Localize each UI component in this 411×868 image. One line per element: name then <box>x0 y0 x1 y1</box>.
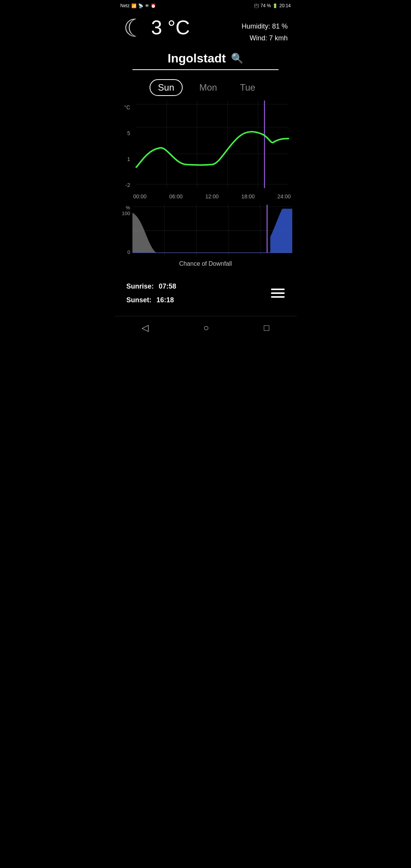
alarm-icon: ⏰ <box>151 3 156 8</box>
status-bar: Netz 📶 📡 👁 ⏰ 📳 74 % 🔋 20:14 <box>114 0 297 10</box>
wind-row: Wind: 7 kmh <box>242 32 288 44</box>
temp-y-axis: °C 5 1 -2 <box>119 101 132 192</box>
sunrise-label: Sunrise: <box>126 282 154 290</box>
back-button[interactable]: ◁ <box>142 322 148 333</box>
tab-tue[interactable]: Tue <box>234 80 261 95</box>
wifi-icon: 📡 <box>138 3 143 8</box>
precip-y-label: % <box>119 205 130 211</box>
x-label-2400: 24:00 <box>277 193 291 199</box>
carrier-text: Netz <box>120 3 130 8</box>
x-label-0000: 00:00 <box>133 193 147 199</box>
vibrate-icon: 📳 <box>254 3 259 8</box>
wind-label: Wind: <box>250 34 267 42</box>
precip-y-axis: % 100 0 <box>119 204 132 257</box>
moon-icon: ☾ <box>123 16 145 40</box>
day-tabs: Sun Mon Tue <box>114 79 297 96</box>
sunset-row: Sunset: 16:18 <box>126 293 176 307</box>
y-label-5: 5 <box>119 130 130 136</box>
temperature-display: 3 °C <box>151 18 190 37</box>
chance-label: Chance of Downfall <box>114 260 297 267</box>
tab-sun[interactable]: Sun <box>150 79 183 96</box>
signal-icon: 📶 <box>131 3 137 8</box>
tab-mon[interactable]: Mon <box>193 80 223 95</box>
weather-info-right: Humidity: 81 % Wind: 7 kmh <box>242 18 288 44</box>
city-name: Ingolstadt <box>168 51 226 65</box>
time-display: 20:14 <box>279 3 291 8</box>
humidity-value: 81 % <box>272 22 288 30</box>
bottom-nav: ◁ ○ □ <box>114 316 297 341</box>
hamburger-line-2 <box>271 292 285 294</box>
precip-y-0: 0 <box>119 249 130 255</box>
hamburger-menu[interactable] <box>271 289 285 298</box>
sunset-value: 16:18 <box>156 296 174 304</box>
temp-chart-svg <box>132 101 292 192</box>
sun-times: Sunrise: 07:58 Sunset: 16:18 <box>126 279 176 307</box>
precip-y-100: 100 <box>119 211 130 216</box>
sunrise-value: 07:58 <box>159 282 176 290</box>
battery-text: 74 % <box>261 3 271 8</box>
sun-info: Sunrise: 07:58 Sunset: 16:18 <box>114 273 297 310</box>
precip-chart-svg <box>132 204 292 257</box>
x-label-1800: 18:00 <box>241 193 255 199</box>
humidity-label: Humidity: <box>242 22 270 30</box>
home-button[interactable]: ○ <box>203 322 209 333</box>
temp-chart-svg-wrapper <box>132 101 292 192</box>
x-label-0600: 06:00 <box>169 193 183 199</box>
temp-x-axis: 00:00 06:00 12:00 18:00 24:00 <box>117 192 294 199</box>
city-section: Ingolstadt 🔍 <box>132 51 279 70</box>
sunset-label: Sunset: <box>126 296 151 304</box>
status-right: 📳 74 % 🔋 20:14 <box>254 3 291 8</box>
recent-button[interactable]: □ <box>264 322 269 333</box>
precip-chart-container: % 100 0 <box>114 204 297 257</box>
y-label-neg2: -2 <box>119 182 130 188</box>
search-icon[interactable]: 🔍 <box>231 53 243 64</box>
hamburger-line-3 <box>271 296 285 298</box>
humidity-row: Humidity: 81 % <box>242 21 288 32</box>
temp-chart-container: °C 5 1 -2 <box>114 101 297 199</box>
precip-chart-svg-wrapper <box>132 204 292 257</box>
eye-icon: 👁 <box>145 3 149 8</box>
weather-header: ☾ 3 °C Humidity: 81 % Wind: 7 kmh <box>114 10 297 48</box>
y-label-unit: °C <box>119 104 130 110</box>
status-left: Netz 📶 📡 👁 ⏰ <box>120 3 156 8</box>
hamburger-line-1 <box>271 289 285 290</box>
sunrise-row: Sunrise: 07:58 <box>126 279 176 293</box>
y-label-1: 1 <box>119 156 130 162</box>
battery-icon: 🔋 <box>272 3 278 8</box>
wind-value: 7 kmh <box>269 34 288 42</box>
x-label-1200: 12:00 <box>205 193 218 199</box>
